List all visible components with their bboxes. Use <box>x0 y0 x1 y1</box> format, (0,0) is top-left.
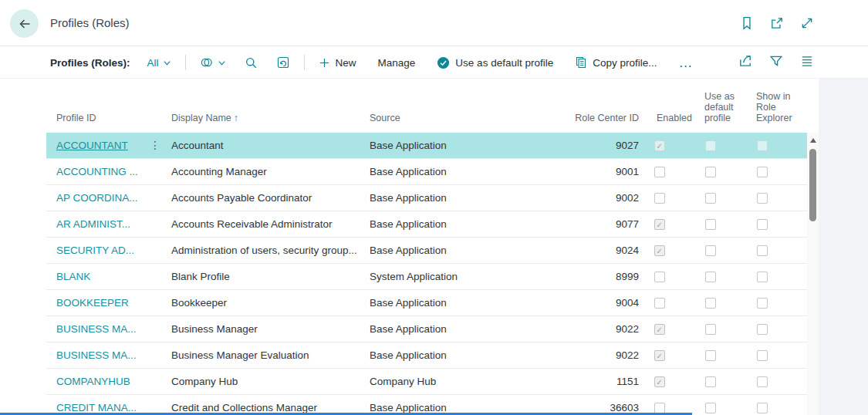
enabled-checkbox[interactable] <box>654 324 665 335</box>
show-in-role-explorer-checkbox[interactable] <box>757 350 768 361</box>
profile-id-link[interactable]: AR ADMINIST... <box>56 211 146 237</box>
row-menu-icon[interactable] <box>147 264 164 289</box>
show-in-role-explorer-checkbox[interactable] <box>757 219 768 230</box>
source-cell[interactable]: Base Application <box>370 133 532 158</box>
enabled-checkbox[interactable] <box>654 298 665 309</box>
show-in-role-explorer-checkbox[interactable] <box>757 376 768 387</box>
use-as-default-checkbox[interactable] <box>705 167 716 177</box>
role-center-id-cell[interactable]: 1151 <box>540 369 639 394</box>
table-row[interactable]: COMPANYHUB Company Hub Company Hub 1151 <box>46 369 807 395</box>
filter-icon[interactable] <box>769 54 783 68</box>
show-in-role-explorer-checkbox[interactable] <box>757 272 768 282</box>
use-as-default-profile-button[interactable]: Use as default profile <box>437 56 553 69</box>
profile-id-link[interactable]: BOOKKEEPER <box>56 290 146 315</box>
role-center-id-cell[interactable]: 9024 <box>540 238 639 263</box>
show-in-role-explorer-checkbox[interactable] <box>757 140 768 151</box>
table-row[interactable]: ACCOUNTANT ⋮ Accountant Base Application… <box>46 133 807 159</box>
back-button[interactable] <box>10 9 39 38</box>
view-filter-dropdown[interactable]: All <box>147 57 171 69</box>
show-in-role-explorer-checkbox[interactable] <box>757 298 768 309</box>
profile-id-link[interactable]: COMPANYHUB <box>56 369 146 394</box>
profile-id-link[interactable]: BLANK <box>56 264 146 289</box>
views-icon[interactable] <box>200 56 226 69</box>
table-row[interactable]: BOOKKEEPER Bookkeeper Base Application 9… <box>46 290 807 316</box>
role-center-id-cell[interactable]: 9022 <box>540 342 639 368</box>
show-in-role-explorer-checkbox[interactable] <box>757 245 768 256</box>
profile-id-link[interactable]: BUSINESS MA... <box>56 316 146 342</box>
role-center-id-cell[interactable]: 9004 <box>540 290 639 315</box>
new-button[interactable]: New <box>319 57 356 69</box>
display-name-cell[interactable]: Blank Profile <box>171 264 363 289</box>
display-name-cell[interactable]: Bookkeeper <box>171 290 363 315</box>
enabled-checkbox[interactable] <box>654 167 665 177</box>
source-cell[interactable]: Base Application <box>370 238 532 263</box>
enabled-checkbox[interactable] <box>654 403 665 413</box>
role-center-id-cell[interactable]: 9027 <box>540 133 639 158</box>
show-in-role-explorer-checkbox[interactable] <box>757 167 768 177</box>
table-row[interactable]: AP COORDINA... Accounts Payable Coordina… <box>46 185 807 211</box>
source-cell[interactable]: Base Application <box>370 211 532 237</box>
search-icon[interactable] <box>245 56 258 69</box>
source-cell[interactable]: System Application <box>370 264 532 289</box>
column-header-display-name[interactable]: Display Name↑ <box>171 113 238 123</box>
enabled-checkbox[interactable] <box>654 140 665 151</box>
row-menu-icon[interactable] <box>147 159 164 184</box>
enabled-checkbox[interactable] <box>654 219 665 230</box>
scrollbar-thumb[interactable] <box>809 149 816 221</box>
more-actions-button[interactable]: … <box>678 59 694 66</box>
use-as-default-checkbox[interactable] <box>705 140 716 151</box>
profile-id-link[interactable]: ACCOUNTANT <box>56 133 146 158</box>
use-as-default-checkbox[interactable] <box>705 245 716 256</box>
use-as-default-checkbox[interactable] <box>705 193 716 204</box>
copy-profile-button[interactable]: Copy profile... <box>575 56 657 69</box>
row-menu-icon[interactable] <box>147 238 164 263</box>
use-as-default-checkbox[interactable] <box>705 350 716 361</box>
source-cell[interactable]: Base Application <box>370 342 532 368</box>
role-center-id-cell[interactable]: 9077 <box>540 211 639 237</box>
source-cell[interactable]: Base Application <box>370 185 532 211</box>
role-center-id-cell[interactable]: 9002 <box>540 185 639 211</box>
row-menu-icon[interactable] <box>147 369 164 394</box>
source-cell[interactable]: Base Application <box>370 290 532 315</box>
display-name-cell[interactable]: Business Manager <box>171 316 363 342</box>
profile-id-link[interactable]: SECURITY AD... <box>56 238 146 263</box>
display-name-cell[interactable]: Accounts Payable Coordinator <box>171 185 363 211</box>
row-menu-icon[interactable] <box>147 342 164 368</box>
display-name-cell[interactable]: Business Manager Evaluation <box>171 342 363 368</box>
use-as-default-checkbox[interactable] <box>705 298 716 309</box>
source-cell[interactable]: Base Application <box>370 316 532 342</box>
role-center-id-cell[interactable]: 8999 <box>540 264 639 289</box>
table-row[interactable]: BUSINESS MA... Business Manager Base App… <box>46 316 807 342</box>
column-header-show-in-role-explorer[interactable]: Show in Role Explorer <box>756 91 799 123</box>
column-header-role-center-id[interactable]: Role Center ID <box>540 113 639 123</box>
list-view-icon[interactable] <box>800 54 814 68</box>
role-center-id-cell[interactable]: 9022 <box>540 316 639 342</box>
enabled-checkbox[interactable] <box>654 376 665 387</box>
use-as-default-checkbox[interactable] <box>705 403 716 413</box>
row-menu-icon[interactable] <box>147 185 164 211</box>
table-row[interactable]: BLANK Blank Profile System Application 8… <box>46 264 807 290</box>
row-menu-icon[interactable] <box>147 290 164 315</box>
enabled-checkbox[interactable] <box>654 245 665 256</box>
enabled-checkbox[interactable] <box>654 193 665 204</box>
analyze-icon[interactable] <box>276 56 290 69</box>
table-row[interactable]: ACCOUNTING ... Accounting Manager Base A… <box>46 159 807 185</box>
row-menu-icon[interactable] <box>147 211 164 237</box>
source-cell[interactable]: Base Application <box>370 159 532 184</box>
display-name-cell[interactable]: Accounting Manager <box>171 159 363 184</box>
enabled-checkbox[interactable] <box>654 350 665 361</box>
source-cell[interactable]: Company Hub <box>370 369 532 394</box>
use-as-default-checkbox[interactable] <box>705 376 716 387</box>
display-name-cell[interactable]: Company Hub <box>171 369 363 394</box>
open-in-new-window-icon[interactable] <box>770 16 784 30</box>
use-as-default-checkbox[interactable] <box>705 272 716 282</box>
manage-button[interactable]: Manage <box>378 57 416 69</box>
expand-fullscreen-icon[interactable] <box>800 16 814 30</box>
profile-id-link[interactable]: BUSINESS MA... <box>56 342 146 368</box>
use-as-default-checkbox[interactable] <box>705 219 716 230</box>
table-row[interactable]: SECURITY AD... Administration of users, … <box>46 238 807 264</box>
show-in-role-explorer-checkbox[interactable] <box>757 193 768 204</box>
vertical-scrollbar[interactable] <box>807 133 819 415</box>
column-header-use-as-default[interactable]: Use as default profile <box>704 91 749 123</box>
row-menu-icon[interactable]: ⋮ <box>147 133 164 158</box>
